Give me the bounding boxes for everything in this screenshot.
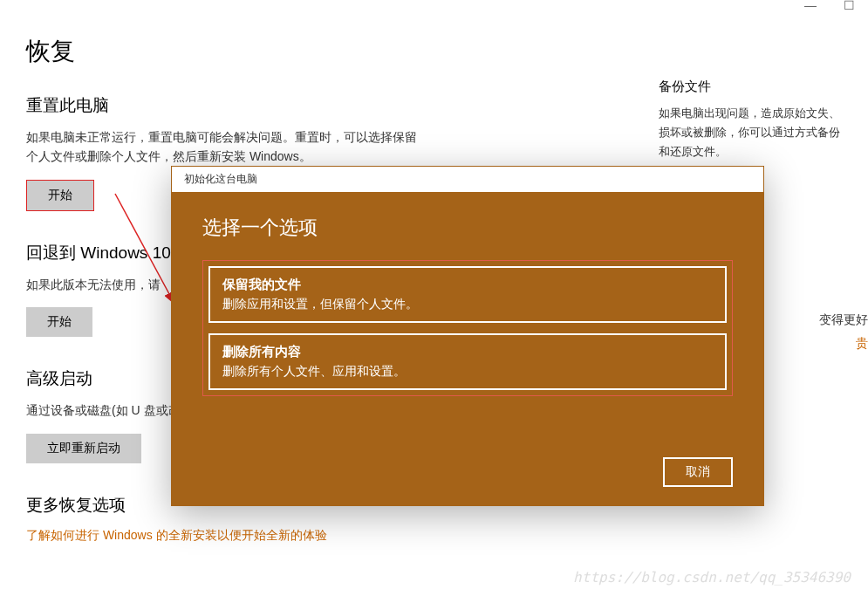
option-title: 保留我的文件 [222,277,713,293]
cancel-button[interactable]: 取消 [663,457,733,487]
reset-dialog: 初始化这台电脑 选择一个选项 保留我的文件 删除应用和设置，但保留个人文件。 删… [171,166,764,506]
watermark-text: https://blog.csdn.net/qq_35346390 [573,569,851,586]
restart-now-button[interactable]: 立即重新启动 [26,434,141,463]
peek-link[interactable]: 贵 [856,336,868,352]
option-keep-files[interactable]: 保留我的文件 删除应用和设置，但保留个人文件。 [208,266,727,323]
maximize-button[interactable]: ☐ [844,0,854,10]
reset-start-button[interactable]: 开始 [27,181,93,210]
option-remove-everything[interactable]: 删除所有内容 删除所有个人文件、应用和设置。 [208,333,727,390]
fresh-install-link[interactable]: 了解如何进行 Windows 的全新安装以便开始全新的体验 [26,528,327,542]
options-highlight-box: 保留我的文件 删除应用和设置，但保留个人文件。 删除所有内容 删除所有个人文件、… [202,260,733,396]
option-title: 删除所有内容 [222,344,713,360]
dialog-titlebar: 初始化这台电脑 [171,166,764,192]
option-desc: 删除应用和设置，但保留个人文件。 [222,297,713,312]
backup-desc: 如果电脑出现问题，造成原始文失、损坏或被删除，你可以通过方式备份和还原文件。 [659,104,842,161]
page-title: 恢复 [26,35,550,68]
reset-title: 重置此电脑 [26,94,550,117]
option-desc: 删除所有个人文件、应用和设置。 [222,364,713,380]
backup-title: 备份文件 [659,79,842,95]
peek-text: 变得更好 [819,312,868,328]
dialog-heading: 选择一个选项 [202,215,733,241]
reset-desc: 如果电脑未正常运行，重置电脑可能会解决问题。重置时，可以选择保留个人文件或删除个… [26,127,419,167]
minimize-button[interactable]: — [805,0,816,10]
rollback-start-button[interactable]: 开始 [26,307,92,337]
